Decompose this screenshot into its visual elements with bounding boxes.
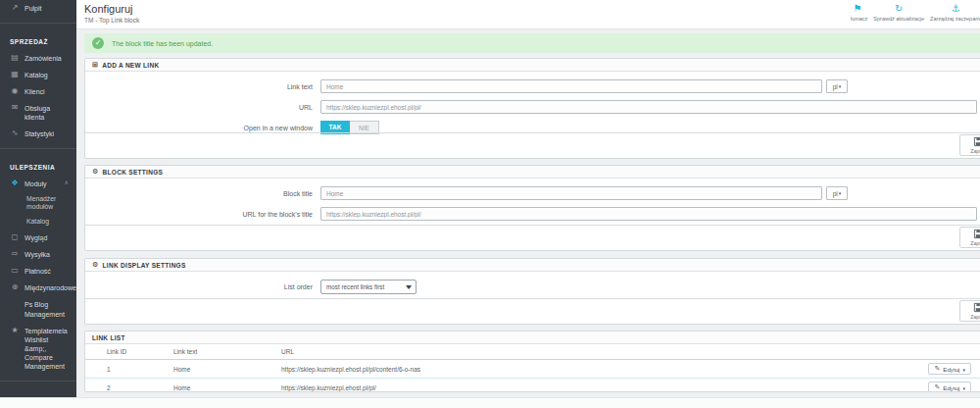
sidebar-item-label: Moduły (24, 179, 60, 188)
sidebar-item-menadzer-modulow[interactable]: Menadżer modułów (0, 192, 76, 216)
sidebar-item-ps-blog-management[interactable]: Ps Blog Management (0, 296, 76, 322)
toolbar-button-translate[interactable]: ⚑ Tłumacz (851, 2, 870, 28)
sidebar-item-label: Katalog (24, 71, 64, 79)
sidebar-item[interactable] (0, 381, 76, 382)
url-label: URL (85, 104, 320, 111)
sidebar-item-katalog-modulow[interactable]: Katalog (0, 215, 76, 230)
sidebar-item-icon: ↗ (10, 4, 20, 13)
sidebar-item[interactable]: SPRZEDAŻ (0, 29, 76, 49)
page-subtitle: TM - Top Link block (84, 17, 139, 24)
sidebar-item-label: Wygląd (24, 233, 64, 242)
sidebar-item[interactable] (0, 23, 76, 24)
sidebar-item-statystyki[interactable]: ∿ Statystyki (0, 126, 76, 142)
chevron-down-icon: ▾ (406, 282, 412, 291)
block-url-label: URL for the block's title (85, 211, 320, 218)
panel-title: LINK DISPLAY SETTINGS (103, 262, 186, 269)
language-dropdown[interactable]: pl ▾ (826, 79, 848, 93)
toolbar-button-icon: ⚓ (952, 3, 960, 15)
sidebar-item-icon: ▤ (10, 54, 20, 63)
table-row: 1 Home https://sklep.kuzniezpl.ehost.pl/… (85, 360, 980, 379)
new-window-label: Open in a new window (85, 125, 320, 131)
chevron-down-icon (962, 384, 965, 391)
sidebar-item-templatemela-wishlist[interactable]: ★ Templatemela Wishlist &amp;, Compare M… (0, 323, 76, 375)
check-icon: ✓ (92, 37, 104, 49)
column-link-text: Link text (168, 344, 275, 360)
sidebar-item-icon: ⊕ (10, 283, 20, 292)
toolbar-button-label: Tłumacz (851, 16, 867, 22)
page-header: Konfiguruj TM - Top Link block ← Wstecz … (76, 0, 980, 29)
sidebar-item-platnosc[interactable]: ▭ Płatność (0, 263, 76, 280)
sidebar-item-wysylka[interactable]: ⇨ Wysyłka (0, 246, 76, 263)
cell-link-text: Home (168, 360, 275, 379)
panel-link-display-settings: ⚙ LINK DISPLAY SETTINGS List order most … (84, 258, 980, 325)
sidebar-item[interactable] (0, 148, 76, 149)
sidebar-item-label: Pulpit (24, 4, 64, 13)
sidebar-item[interactable]: ULEPSZENIA (0, 155, 76, 175)
column-actions (910, 344, 980, 360)
sidebar-item-obsluga-klienta[interactable]: ✉ Obsługa klienta (0, 100, 76, 126)
toolbar-button-check-updates[interactable]: ↻ Sprawdź aktualizacje (870, 2, 927, 28)
sidebar-item-label: ULEPSZENIA (10, 164, 55, 171)
edit-button-label: Edytuj (943, 384, 959, 391)
sidebar-item-moduly[interactable]: ❖ Moduły ∧ (0, 176, 76, 192)
panel-footer: Zapisz (85, 298, 980, 324)
panel-footer: Zapisz (85, 132, 980, 158)
success-alert: ✓ The block title has been updated. (84, 33, 980, 53)
toolbar-button-manage-hooks[interactable]: ⚓ Zarządzaj zaczepami (927, 2, 980, 28)
sidebar-item-label: Menadżer modułów (26, 195, 69, 213)
sidebar-item-zamowienia[interactable]: ▤ Zamówienia (0, 50, 76, 67)
save-icon (973, 302, 980, 313)
sidebar-item-pulpit[interactable]: ↗ Pulpit (0, 0, 76, 17)
column-link-id: Link ID (85, 344, 168, 360)
edit-button-label: Edytuj (943, 366, 959, 373)
footer-strip (0, 397, 980, 408)
panel-list-header: LINK LIST (85, 332, 980, 344)
list-order-select[interactable]: most recent links first ▾ (320, 280, 416, 294)
page-title: Konfiguruj (84, 3, 133, 15)
panel-footer: Zapisz (85, 225, 980, 250)
sidebar-item-icon: ❖ (10, 179, 20, 188)
panel-add-new-link: ⊞ ADD A NEW LINK Link text pl ▾ URL Open… (84, 58, 980, 159)
sidebar-item-klienci[interactable]: ◉ Klienci (0, 83, 76, 100)
language-dropdown[interactable]: pl ▾ (826, 186, 848, 200)
edit-button[interactable]: Edytuj (928, 363, 971, 375)
gear-icon: ⚙ (92, 168, 99, 176)
sidebar-item-icon: ◉ (10, 87, 20, 96)
sidebar-item-katalog[interactable]: ▦ Katalog (0, 67, 76, 83)
cell-link-text: Home (168, 379, 275, 393)
panel-link-list: LINK LIST Link ID Link text URL 1 Home h… (84, 331, 980, 392)
column-url: URL (275, 344, 910, 360)
sidebar-item-icon: ✉ (10, 104, 20, 113)
save-button[interactable]: Zapisz (959, 227, 980, 248)
link-text-input[interactable] (320, 79, 822, 93)
panel-title: LINK LIST (92, 334, 125, 341)
panel-block-header: ⚙ BLOCK SETTINGS (85, 166, 980, 178)
chevron-down-icon: ▾ (839, 190, 842, 196)
sidebar-item-label: Wysyłka (24, 250, 64, 259)
edit-icon (934, 365, 940, 373)
url-input[interactable] (320, 100, 977, 114)
link-text-label: Link text (85, 83, 320, 90)
add-icon: ⊞ (92, 61, 98, 69)
block-title-input[interactable] (320, 186, 822, 200)
sidebar-item-icon: ◻ (10, 233, 20, 242)
cell-url: https://sklep.kuzniezpl.ehost.pl/pl/ (275, 379, 910, 393)
sidebar-item-label: Katalog (26, 218, 69, 227)
sidebar-item-miedzynarodowe[interactable]: ⊕ Międzynarodowe (0, 280, 76, 296)
list-order-value: most recent links first (326, 283, 403, 290)
sidebar-item-label: Statystyki (24, 129, 64, 138)
panel-title: ADD A NEW LINK (102, 62, 159, 69)
chevron-down-icon: ▾ (839, 83, 842, 89)
toolbar-button-icon: ↻ (895, 3, 903, 15)
sidebar-item-wyglad[interactable]: ◻ Wygląd (0, 230, 76, 246)
edit-button[interactable]: Edytuj (928, 382, 971, 392)
cell-url: https://sklep.kuzniezpl.ehost.pl/pl/cont… (275, 360, 910, 379)
save-button-label: Zapisz (970, 240, 980, 246)
save-icon (973, 136, 980, 147)
sidebar-item-label: Ps Blog Management (24, 300, 65, 318)
save-button[interactable]: Zapisz (959, 300, 980, 322)
save-button[interactable]: Zapisz (959, 134, 980, 156)
block-url-input[interactable] (320, 207, 977, 221)
sidebar-item-label: Zamówienia (24, 54, 64, 63)
sidebar-item[interactable]: KONFIGURUJ (0, 387, 76, 397)
